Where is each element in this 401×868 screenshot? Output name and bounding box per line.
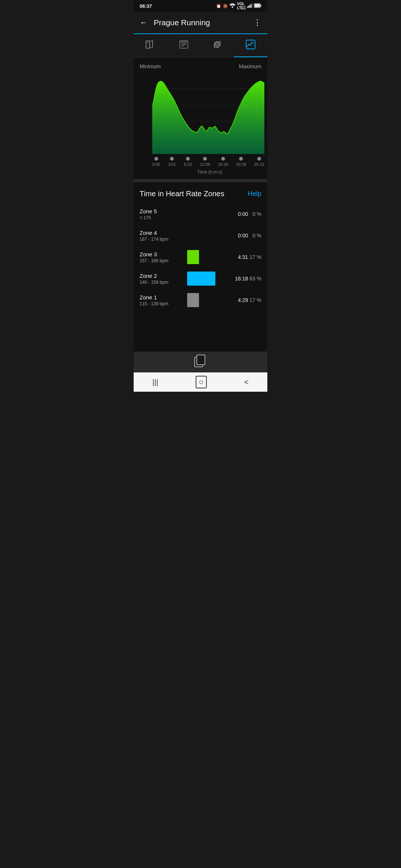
time-label-2: 8:10 [184, 157, 192, 167]
chart-axis-labels: Minimum Maximum [134, 63, 267, 69]
time-label-6: 25:12 [254, 157, 264, 167]
zone-4-time: 0:00 [235, 233, 248, 239]
time-dot-3 [203, 157, 207, 161]
zone-1-name: Zone 1 [140, 294, 184, 300]
time-dot-0 [154, 157, 158, 161]
time-label-4: 16:34 [218, 157, 228, 167]
zone-4-bar-container [187, 228, 232, 243]
section-divider [134, 179, 267, 182]
zone-3-time: 4:31 [235, 254, 248, 260]
svg-rect-28 [197, 355, 205, 365]
zone-3-range: 157 - 166 bpm [140, 258, 184, 263]
chart-icon [245, 39, 256, 52]
time-label-text-3: 12:08 [200, 162, 210, 167]
time-label-text-4: 16:34 [218, 162, 228, 167]
back-button[interactable]: ← [140, 18, 148, 27]
home-button[interactable]: ○ [196, 376, 206, 388]
map-icon [145, 39, 156, 52]
tab-list[interactable] [167, 34, 200, 57]
hr-zones-section: Time in Heart Rate Zones Help Zone 5 > 1… [134, 182, 267, 322]
zone-3-stats: 4:31 17 % [235, 254, 261, 260]
zone-1-bar [187, 293, 199, 307]
x-axis-title: Time (h:m:s) [134, 168, 267, 179]
zone-2-pct: 63 % [250, 276, 261, 282]
svg-rect-19 [180, 41, 188, 42]
status-bar: 06:37 ⏰ 🔕 VOLLTE1 [134, 0, 267, 12]
wifi-icon [229, 3, 235, 9]
zone-row-4: Zone 4 167 - 174 bpm 0:00 0 % [140, 228, 261, 243]
zone-2-stats: 16:18 63 % [235, 276, 261, 282]
zone-4-info: Zone 4 167 - 174 bpm [140, 230, 184, 242]
zone-5-pct: 0 % [250, 211, 261, 217]
tab-refresh[interactable] [200, 34, 234, 57]
copy-icon[interactable] [194, 354, 207, 370]
time-dot-4 [221, 157, 225, 161]
app-header: ← Prague Running ⋮ [134, 12, 267, 34]
list-icon [179, 39, 189, 52]
tab-map[interactable] [134, 34, 167, 57]
tab-bar [134, 34, 267, 57]
zone-3-bar [187, 250, 199, 264]
zone-1-stats: 4:29 17 % [235, 297, 261, 303]
status-time: 06:37 [140, 3, 152, 9]
zone-4-range: 167 - 174 bpm [140, 237, 184, 242]
tab-chart[interactable] [234, 34, 267, 57]
zone-5-stats: 0:00 0 % [235, 211, 261, 217]
svg-rect-3 [250, 5, 250, 8]
more-button[interactable]: ⋮ [253, 18, 261, 27]
zone-1-time: 4:29 [235, 297, 248, 303]
zone-1-pct: 17 % [250, 297, 261, 303]
time-dot-5 [239, 157, 243, 161]
time-label-text-1: 3:51 [168, 162, 176, 167]
android-nav-bar: ||| ○ < [134, 372, 267, 392]
zone-2-time: 16:18 [235, 276, 248, 282]
zone-row-1: Zone 1 115 - 139 bpm 4:29 17 % [140, 293, 261, 307]
recent-apps-button[interactable]: ||| [153, 378, 159, 387]
svg-rect-4 [251, 4, 251, 8]
zone-5-time: 0:00 [235, 211, 248, 217]
zone-4-name: Zone 4 [140, 230, 184, 236]
zone-5-bar-container [187, 207, 232, 221]
svg-rect-8 [260, 5, 261, 6]
zone-5-info: Zone 5 > 175 [140, 208, 184, 220]
zone-3-info: Zone 3 157 - 166 bpm [140, 251, 184, 263]
back-nav-button[interactable]: < [244, 378, 249, 387]
zone-4-stats: 0:00 0 % [235, 233, 261, 239]
time-label-text-5: 20:39 [236, 162, 247, 167]
zone-1-bar-container [187, 293, 232, 307]
battery-icon [254, 3, 261, 9]
zone-5-range: > 175 [140, 215, 184, 220]
hr-zones-header: Time in Heart Rate Zones Help [140, 190, 261, 198]
chart-section: Minimum Maximum 325 315 304 293 283 272 [134, 57, 267, 179]
hr-zones-title: Time in Heart Rate Zones [140, 190, 224, 198]
zone-1-info: Zone 1 115 - 139 bpm [140, 294, 184, 306]
refresh-icon [212, 39, 222, 52]
bottom-spacer [134, 322, 267, 352]
lte-icon: VOLLTE1 [237, 2, 246, 10]
time-label-3: 12:08 [200, 157, 210, 167]
mute-icon: 🔕 [223, 4, 228, 9]
time-label-0: 0:00 [152, 157, 160, 167]
svg-rect-7 [255, 4, 260, 7]
help-button[interactable]: Help [248, 190, 261, 198]
zone-2-info: Zone 2 140 - 156 bpm [140, 273, 184, 285]
bottom-toolbar [134, 352, 267, 372]
signal-icon [247, 3, 252, 9]
svg-rect-2 [248, 6, 249, 8]
time-axis: 0:00 3:51 8:10 12:08 16:34 20:39 25:12 [134, 154, 267, 168]
zone-row-5: Zone 5 > 175 0:00 0 % [140, 207, 261, 221]
zone-3-bar-container [187, 250, 232, 264]
zone-4-pct: 0 % [250, 233, 261, 239]
chart-min-label: Minimum [140, 63, 161, 69]
svg-rect-14 [147, 42, 149, 43]
svg-rect-1 [247, 6, 248, 8]
time-dot-2 [186, 157, 190, 161]
zone-2-bar [187, 272, 215, 286]
time-label-1: 3:51 [168, 157, 176, 167]
alarm-icon: ⏰ [216, 4, 221, 9]
zone-2-name: Zone 2 [140, 273, 184, 279]
svg-rect-5 [252, 3, 252, 8]
zone-5-name: Zone 5 [140, 208, 184, 214]
time-dot-6 [257, 157, 261, 161]
time-label-text-6: 25:12 [254, 162, 264, 167]
